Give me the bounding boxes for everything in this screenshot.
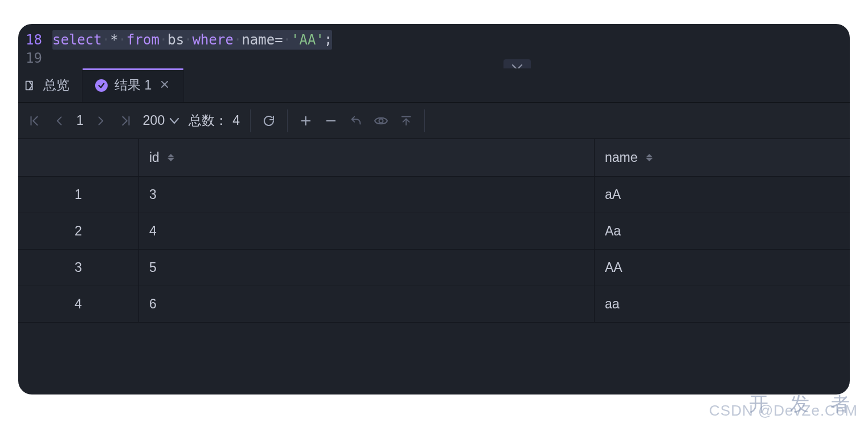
line-number: 18 bbox=[18, 31, 52, 49]
cell-name[interactable]: Aa bbox=[595, 213, 850, 249]
row-number: 3 bbox=[18, 250, 139, 286]
app-window: 18 select·*·from·bs·where·name=·'AA'; 19… bbox=[18, 24, 850, 394]
separator bbox=[250, 109, 251, 132]
table-row[interactable]: 4 6 aa bbox=[18, 286, 850, 323]
refresh-button[interactable] bbox=[256, 108, 281, 133]
page-size-value: 200 bbox=[143, 113, 165, 128]
overview-icon bbox=[24, 79, 36, 92]
svg-point-0 bbox=[379, 119, 383, 123]
column-label: id bbox=[149, 150, 159, 165]
close-icon bbox=[160, 80, 169, 89]
cell-name[interactable]: aA bbox=[595, 177, 850, 213]
commit-button[interactable] bbox=[394, 108, 419, 133]
prev-page-button[interactable] bbox=[47, 108, 72, 133]
column-header-name[interactable]: name bbox=[595, 139, 850, 176]
sort-icon[interactable] bbox=[167, 154, 174, 161]
result-table: id name 1 3 aA 2 4 Aa 3 5 AA 4 6 aa bbox=[18, 139, 850, 323]
watermark-line2: CSDN @DevZe.CoM bbox=[709, 402, 858, 420]
next-page-button[interactable] bbox=[88, 108, 113, 133]
close-tab-button[interactable] bbox=[158, 79, 171, 92]
sql-editor[interactable]: 18 select·*·from·bs·where·name=·'AA'; 19 bbox=[18, 24, 850, 68]
total-value: 4 bbox=[232, 113, 240, 128]
chevron-right-icon bbox=[95, 115, 107, 127]
eye-icon bbox=[374, 115, 388, 127]
cell-name[interactable]: aa bbox=[595, 286, 850, 322]
tab-result-1[interactable]: 结果 1 bbox=[83, 68, 184, 102]
cell-name[interactable]: AA bbox=[595, 250, 850, 286]
code-content[interactable]: select·*·from·bs·where·name=·'AA'; bbox=[52, 30, 332, 50]
result-toolbar: 1 200 总数：4 bbox=[18, 103, 850, 139]
result-tabs: 总览 结果 1 bbox=[18, 68, 850, 103]
add-row-button[interactable] bbox=[293, 108, 318, 133]
total-count: 总数：4 bbox=[184, 112, 244, 129]
cell-id[interactable]: 3 bbox=[139, 177, 595, 213]
delete-row-button[interactable] bbox=[318, 108, 343, 133]
success-icon bbox=[95, 79, 108, 92]
line-number: 19 bbox=[18, 49, 52, 67]
sort-icon[interactable] bbox=[646, 154, 653, 161]
cell-id[interactable]: 4 bbox=[139, 213, 595, 249]
code-line-18[interactable]: 18 select·*·from·bs·where·name=·'AA'; bbox=[18, 31, 850, 49]
separator bbox=[424, 109, 425, 132]
row-number: 2 bbox=[18, 213, 139, 249]
chevron-down-icon bbox=[169, 117, 179, 124]
chevron-first-icon bbox=[28, 115, 40, 127]
refresh-icon bbox=[262, 114, 276, 128]
column-label: name bbox=[605, 150, 638, 165]
preview-button[interactable] bbox=[369, 108, 394, 133]
column-header-id[interactable]: id bbox=[139, 139, 595, 176]
total-label: 总数： bbox=[189, 112, 228, 129]
minus-icon bbox=[325, 115, 337, 127]
table-row[interactable]: 3 5 AA bbox=[18, 250, 850, 286]
separator bbox=[287, 109, 288, 132]
table-row[interactable]: 1 3 aA bbox=[18, 177, 850, 213]
row-number-header bbox=[18, 139, 139, 176]
watermark: 开 发 者 CSDN @DevZe.CoM bbox=[709, 394, 858, 420]
row-number: 4 bbox=[18, 286, 139, 322]
table-header-row: id name bbox=[18, 139, 850, 177]
first-page-button[interactable] bbox=[22, 108, 47, 133]
tab-label: 结果 1 bbox=[114, 76, 152, 94]
upload-icon bbox=[400, 114, 412, 128]
code-line-19[interactable]: 19 bbox=[18, 49, 850, 67]
page-number: 1 bbox=[72, 113, 88, 128]
chevron-last-icon bbox=[120, 115, 132, 127]
last-page-button[interactable] bbox=[113, 108, 138, 133]
undo-icon bbox=[349, 115, 363, 127]
tab-label: 总览 bbox=[43, 76, 69, 94]
cell-id[interactable]: 6 bbox=[139, 286, 595, 322]
table-row[interactable]: 2 4 Aa bbox=[18, 213, 850, 250]
row-number: 1 bbox=[18, 177, 139, 213]
page-size-selector[interactable]: 200 bbox=[138, 113, 184, 128]
cell-id[interactable]: 5 bbox=[139, 250, 595, 286]
chevron-left-icon bbox=[54, 115, 65, 127]
plus-icon bbox=[300, 115, 312, 127]
undo-button[interactable] bbox=[343, 108, 369, 133]
tab-overview[interactable]: 总览 bbox=[18, 68, 83, 102]
